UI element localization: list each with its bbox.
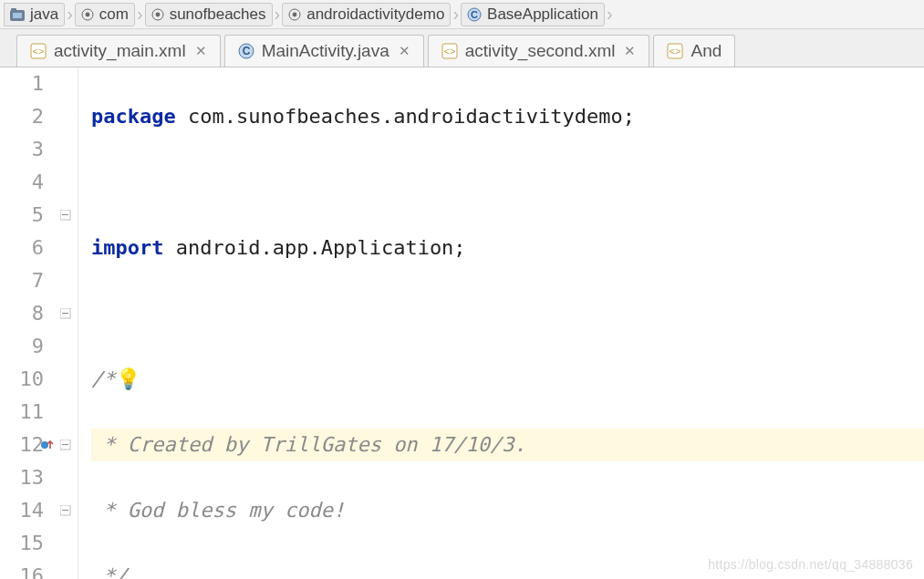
svg-text:<>: <> bbox=[670, 46, 681, 57]
line-number-gutter: 1 2 3 4 5 6 7 8 9 10 11 12 13 14 15 16 bbox=[0, 67, 53, 579]
tab-label: And bbox=[690, 41, 722, 61]
breadcrumb-bar: java › com › sunofbeaches › androidactiv… bbox=[0, 0, 924, 29]
svg-text:<>: <> bbox=[443, 46, 455, 57]
fold-close-icon[interactable] bbox=[55, 494, 77, 527]
svg-point-6 bbox=[155, 12, 160, 16]
chevron-right-icon: › bbox=[137, 4, 143, 25]
bulb-icon: 💡 bbox=[116, 367, 140, 390]
line-number: 9 bbox=[0, 330, 44, 363]
tab-label: MainActivity.java bbox=[262, 41, 389, 61]
chevron-right-icon: › bbox=[452, 4, 459, 25]
breadcrumb-item-com[interactable]: com bbox=[75, 3, 135, 26]
fold-open-icon[interactable] bbox=[55, 429, 77, 461]
gutter-markers bbox=[53, 67, 78, 579]
breadcrumb-label: com bbox=[99, 5, 129, 24]
keyword-import: import bbox=[91, 236, 163, 259]
xml-icon: <> bbox=[441, 43, 458, 59]
line-number: 7 bbox=[0, 264, 44, 297]
line-number: 3 bbox=[0, 133, 44, 166]
comment-text: * God bless my code! bbox=[91, 499, 345, 522]
comment-open: /* bbox=[91, 367, 116, 390]
tab-label: activity_main.xml bbox=[54, 41, 186, 61]
line-number: 13 bbox=[0, 461, 44, 494]
svg-point-8 bbox=[293, 12, 297, 16]
class-icon: C bbox=[238, 43, 254, 59]
svg-rect-1 bbox=[11, 8, 16, 12]
editor-tab-bar: <> activity_main.xml ✕ C MainActivity.ja… bbox=[0, 29, 924, 67]
breadcrumb-label: sunofbeaches bbox=[170, 5, 266, 24]
breadcrumb-item-androidactivitydemo[interactable]: androidactivitydemo bbox=[282, 3, 451, 26]
breadcrumb-label: BaseApplication bbox=[487, 5, 598, 24]
watermark-text: https://blog.csdn.net/qq_34888036 bbox=[708, 557, 913, 572]
package-name: com.sunofbeaches.androidactivitydemo; bbox=[176, 105, 635, 128]
breadcrumb-label: java bbox=[30, 5, 58, 24]
package-icon bbox=[151, 8, 164, 21]
fold-open-icon[interactable] bbox=[55, 199, 77, 232]
line-number: 4 bbox=[0, 166, 44, 199]
package-icon bbox=[288, 8, 301, 21]
code-area[interactable]: package com.sunofbeaches.androidactivity… bbox=[78, 67, 924, 579]
comment-text: * Created by TrillGates on 17/10/3. bbox=[91, 433, 526, 456]
tab-mainactivity-java[interactable]: C MainActivity.java ✕ bbox=[224, 35, 424, 67]
import-name: android.app.Application; bbox=[163, 236, 465, 259]
package-icon bbox=[81, 8, 94, 21]
class-icon: C bbox=[467, 7, 482, 22]
line-number: 10 bbox=[0, 363, 44, 396]
close-icon[interactable]: ✕ bbox=[624, 43, 636, 59]
line-number: 2 bbox=[0, 100, 44, 133]
svg-point-23 bbox=[41, 441, 48, 449]
svg-point-4 bbox=[85, 12, 89, 16]
line-number: 8 bbox=[0, 297, 44, 330]
svg-text:<>: <> bbox=[33, 46, 45, 57]
svg-rect-2 bbox=[13, 13, 22, 18]
comment-close: */ bbox=[91, 564, 128, 579]
keyword-package: package bbox=[91, 105, 176, 128]
chevron-right-icon: › bbox=[67, 4, 73, 25]
chevron-right-icon: › bbox=[607, 4, 613, 25]
line-number: 16 bbox=[0, 560, 44, 579]
breadcrumb-item-sunofbeaches[interactable]: sunofbeaches bbox=[145, 3, 273, 26]
tab-activity-main-xml[interactable]: <> activity_main.xml ✕ bbox=[16, 35, 221, 67]
tab-activity-second-xml[interactable]: <> activity_second.xml ✕ bbox=[428, 35, 650, 67]
fold-close-icon[interactable] bbox=[55, 297, 77, 330]
line-number: 11 bbox=[0, 396, 44, 429]
breadcrumb-item-baseapplication[interactable]: C BaseApplication bbox=[461, 3, 605, 26]
code-editor[interactable]: 1 2 3 4 5 6 7 8 9 10 11 12 13 14 15 16 p… bbox=[0, 67, 924, 579]
svg-text:C: C bbox=[242, 45, 250, 57]
close-icon[interactable]: ✕ bbox=[399, 43, 410, 59]
xml-icon: <> bbox=[667, 43, 683, 59]
line-number: 15 bbox=[0, 527, 44, 560]
close-icon[interactable]: ✕ bbox=[195, 43, 207, 59]
xml-icon: <> bbox=[30, 43, 47, 59]
folder-source-icon bbox=[10, 8, 25, 21]
line-number: 5 bbox=[0, 199, 44, 232]
breadcrumb-label: androidactivitydemo bbox=[306, 5, 444, 24]
line-number: 1 bbox=[0, 67, 44, 100]
breadcrumb-item-java[interactable]: java bbox=[4, 3, 65, 26]
tab-overflow[interactable]: <> And bbox=[653, 35, 735, 67]
tab-label: activity_second.xml bbox=[465, 41, 616, 61]
chevron-right-icon: › bbox=[275, 4, 281, 25]
line-number: 6 bbox=[0, 232, 44, 264]
line-number: 14 bbox=[0, 494, 44, 527]
svg-text:C: C bbox=[471, 9, 478, 20]
